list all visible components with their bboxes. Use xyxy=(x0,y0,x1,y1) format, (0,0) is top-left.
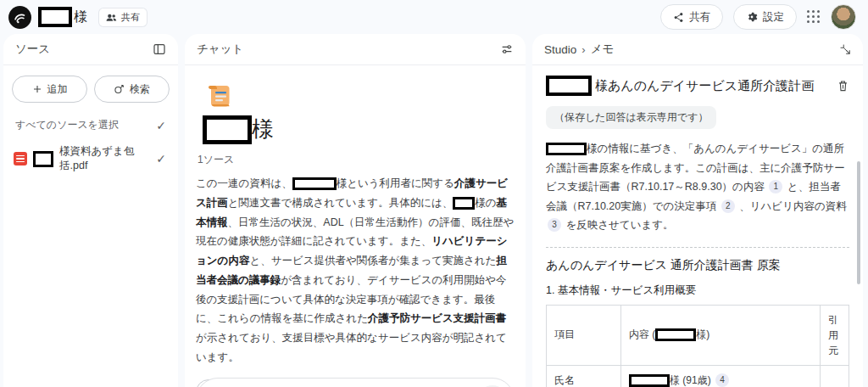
redaction-box xyxy=(546,76,592,96)
search-discover-icon xyxy=(114,84,125,95)
source-list-item[interactable]: 様資料あずま包括.pdf ✓ xyxy=(3,137,178,180)
col-header-item: 項目 xyxy=(547,305,621,365)
notebook-title[interactable]: 様 xyxy=(74,8,87,26)
redaction-box xyxy=(629,374,670,387)
delete-note-icon[interactable] xyxy=(837,79,849,93)
citation-chip[interactable]: 3 xyxy=(548,218,561,232)
studio-breadcrumb: Studio › メモ xyxy=(544,42,614,57)
plan-title: あんのんデイサービス 通所介護計画書 原案 xyxy=(546,258,849,273)
redaction-box xyxy=(655,328,696,341)
chat-doc-title: 様 xyxy=(203,115,515,144)
redaction-box xyxy=(546,143,587,155)
redaction-box xyxy=(453,197,475,210)
chat-settings-icon[interactable] xyxy=(500,42,514,56)
settings-button[interactable]: 設定 xyxy=(733,4,797,30)
top-bar: 様 共有 共有 設定 xyxy=(0,0,868,34)
sources-panel-title: ソース xyxy=(15,42,50,57)
source-checkbox[interactable]: ✓ xyxy=(156,152,166,165)
table-row: 氏名様 (91歳) 4 xyxy=(547,365,849,387)
section-title: 1. 基本情報・サービス利用概要 xyxy=(546,283,849,298)
select-all-checkbox[interactable]: ✓ xyxy=(156,119,166,132)
citation-chip[interactable]: 1 xyxy=(769,180,782,194)
search-sources-button[interactable]: 検索 xyxy=(94,76,170,103)
share-icon xyxy=(673,12,684,23)
scroll-document-icon xyxy=(206,82,233,109)
redaction-box xyxy=(203,115,252,144)
plus-icon xyxy=(32,84,42,94)
chevron-right-icon: › xyxy=(581,43,585,56)
chat-input-bar xyxy=(196,378,515,387)
notebooklm-logo-icon[interactable] xyxy=(8,6,31,29)
studio-scrollbar[interactable] xyxy=(857,161,860,284)
source-file-name: 様資料あずま包括.pdf xyxy=(59,144,150,173)
col-header-content: 内容 (様) xyxy=(621,305,821,365)
collapse-note-icon[interactable] xyxy=(839,43,851,55)
breadcrumb-memo: メモ xyxy=(591,42,615,57)
citation-chip[interactable]: 2 xyxy=(721,199,735,213)
pdf-file-icon xyxy=(14,152,27,165)
table-cell-item: 氏名 xyxy=(547,365,621,387)
gear-icon xyxy=(746,11,758,23)
select-all-label: すべてのソースを選択 xyxy=(15,118,119,132)
chat-panel: チャット 様 1ソース この一連の資料は、様という利用者に関する介護サービス xyxy=(185,34,526,387)
plan-table: 項目 内容 (様) 引用元 氏名様 (91歳) 4認定区分要支援2 4認知症高齢… xyxy=(546,305,849,387)
source-count: 1ソース xyxy=(198,153,515,167)
collapse-panel-icon[interactable] xyxy=(153,42,166,56)
apps-grid-icon[interactable] xyxy=(807,10,821,24)
redaction-box xyxy=(33,151,53,167)
citation-chip[interactable]: 4 xyxy=(715,373,729,387)
sources-panel: ソース 追加 検索 すべてのソースを選択 ✓ xyxy=(3,34,178,387)
table-cell-content: 様 (91歳) 4 xyxy=(621,365,821,387)
user-avatar[interactable] xyxy=(831,4,856,30)
plan-table-body: 氏名様 (91歳) 4認定区分要支援2 4認知症高齢者の日常生活自立度IIa 4… xyxy=(547,365,849,387)
people-icon xyxy=(106,13,117,22)
table-cell-source xyxy=(821,365,849,387)
view-only-notice: （保存した回答は表示専用です） xyxy=(546,106,716,129)
share-button[interactable]: 共有 xyxy=(660,4,723,30)
col-header-source: 引用元 xyxy=(821,305,849,365)
table-header-row: 項目 内容 (様) 引用元 xyxy=(547,305,849,365)
add-source-button[interactable]: 追加 xyxy=(12,76,87,103)
redaction-box xyxy=(38,7,72,27)
chat-panel-title: チャット xyxy=(197,42,243,57)
note-intro-text: 様の情報に基づき、「あんのんデイサービス」の通所介護計画書原案を作成します。この… xyxy=(546,139,849,235)
redaction-box xyxy=(292,177,337,190)
summary-text: この一連の資料は、様という利用者に関する介護サービス計画と関連文書で構成されてい… xyxy=(196,174,515,367)
breadcrumb-studio[interactable]: Studio xyxy=(544,43,576,56)
shared-badge: 共有 xyxy=(99,8,147,26)
note-title: 様あんのんデイサービス通所介護計画 xyxy=(546,76,814,96)
dashed-divider xyxy=(546,247,849,248)
studio-panel: Studio › メモ 様あんのんデイサービス通所介護計画 （保存した回 xyxy=(532,34,863,387)
